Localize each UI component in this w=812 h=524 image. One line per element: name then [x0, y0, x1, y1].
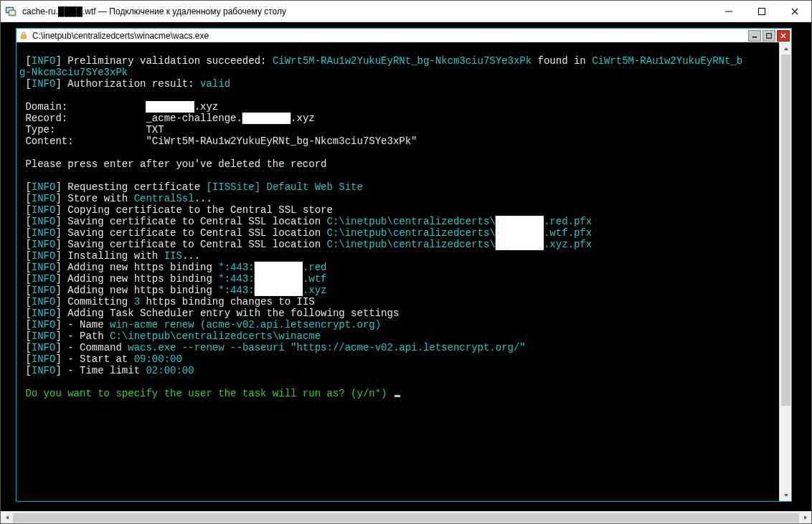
term-line: [INFO] Saving certificate to Central SSL…: [19, 216, 592, 227]
terminal-prompt[interactable]: Do you want to specify the user the task…: [19, 388, 400, 399]
rdp-window: cache-ru.████.wtf — Подключение к удален…: [0, 0, 812, 524]
svg-rect-5: [759, 8, 765, 14]
scroll-left-arrow-icon[interactable]: [1, 512, 13, 524]
svg-rect-8: [767, 33, 772, 38]
scroll-up-arrow-icon[interactable]: [780, 42, 791, 54]
term-line: [INFO] Adding new https binding *:443:██…: [19, 285, 327, 296]
outer-horizontal-scrollbar[interactable]: [1, 511, 811, 523]
term-line: Content: "CiWrt5M-RAu1w2YukuEyRNt_bg-Nkc…: [19, 135, 417, 147]
console-titlebar[interactable]: C:\inetpub\centralizedcerts\winacme\wacs…: [16, 29, 791, 42]
remote-desktop-area: C:\inetpub\centralizedcerts\winacme\wacs…: [1, 22, 811, 511]
term-line: [INFO] Authorization result: valid: [19, 78, 230, 90]
close-button[interactable]: [778, 1, 811, 22]
svg-rect-4: [725, 11, 732, 11]
term-line: [INFO] - Time limit 02:00:00: [19, 365, 194, 376]
minimize-button[interactable]: [712, 1, 745, 22]
scrollbar-thumb[interactable]: [781, 54, 790, 406]
term-line: [INFO] - Name win-acme renew (acme-v02.a…: [19, 319, 381, 330]
term-line: [INFO] Requesting certificate [IISSite] …: [19, 181, 363, 193]
term-line: Domain: ████████.xyz: [19, 101, 218, 113]
term-line: [INFO] - Start at 09:00:00: [19, 353, 182, 365]
term-line: [INFO] - Path C:\inetpub\centralizedcert…: [19, 330, 321, 342]
term-line: [INFO] Saving certificate to Central SSL…: [19, 227, 592, 239]
svg-rect-3: [9, 11, 15, 14]
term-line: [INFO] Installing with IIS...: [19, 250, 200, 262]
maximize-button[interactable]: [745, 1, 778, 22]
terminal-output[interactable]: [INFO] Preliminary validation succeeded:…: [16, 42, 779, 501]
console-minimize-button[interactable]: [748, 30, 761, 42]
console-window: C:\inetpub\centralizedcerts\winacme\wacs…: [16, 28, 792, 502]
svg-rect-7: [752, 37, 757, 38]
term-line: Type: TXT: [19, 124, 164, 135]
term-line: [INFO] - Command wacs.exe --renew --base…: [19, 342, 526, 353]
term-line: [INFO] Preliminary validation succeeded:…: [19, 55, 742, 67]
term-line: Record: _acme-challenge.████████.xyz: [19, 113, 315, 124]
term-line: [INFO] Adding new https binding *:443:██…: [19, 262, 327, 273]
console-vertical-scrollbar[interactable]: [779, 42, 791, 501]
rdp-titlebar[interactable]: cache-ru.████.wtf — Подключение к удален…: [1, 1, 811, 22]
term-line: [INFO] Adding Task Scheduler entry with …: [19, 308, 399, 319]
scroll-right-arrow-icon[interactable]: [799, 512, 811, 524]
term-line: [INFO] Saving certificate to Central SSL…: [19, 239, 592, 250]
term-line: [INFO] Committing 3 https binding change…: [19, 296, 315, 308]
scrollbar-thumb[interactable]: [13, 513, 799, 523]
console-window-title: C:\inetpub\centralizedcerts\winacme\wacs…: [31, 31, 209, 41]
term-line: [INFO] Copying certificate to the Centra…: [19, 204, 333, 216]
term-line: g-Nkcm3ciu7SYe3xPk: [19, 67, 128, 78]
svg-rect-6: [22, 35, 27, 39]
rdp-window-title: cache-ru.████.wtf — Подключение к удален…: [21, 6, 286, 16]
console-maximize-button[interactable]: [763, 30, 775, 42]
cursor: [395, 395, 400, 397]
term-line: Please press enter after you've deleted …: [19, 158, 326, 170]
console-close-button[interactable]: [777, 30, 790, 42]
scroll-down-arrow-icon[interactable]: [780, 489, 791, 501]
scrollbar-track[interactable]: [13, 512, 799, 524]
term-line: [INFO] Store with CentralSsl...: [19, 193, 212, 204]
term-line: [INFO] Adding new https binding *:443:██…: [19, 273, 327, 285]
rdp-icon: [1, 1, 21, 22]
lock-icon: [16, 32, 31, 39]
